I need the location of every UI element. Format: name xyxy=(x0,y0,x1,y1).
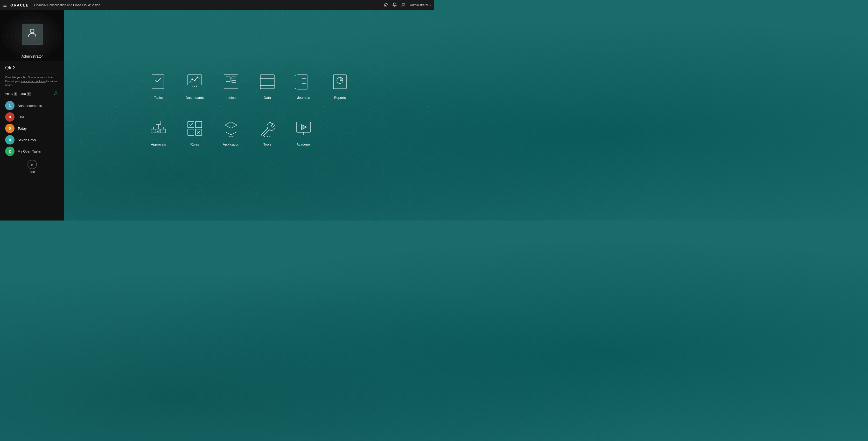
quarter-message: Complete your 2nd Quarter tasks on time.… xyxy=(5,76,59,87)
year-label: 2016 xyxy=(5,92,13,96)
topbar-left: ☰ ORACLE Financial Consolidation and Clo… xyxy=(3,3,383,8)
year-month-row: 2016 ▼ Jun ▼ xyxy=(5,91,59,97)
svg-rect-36 xyxy=(156,121,161,124)
tour-section[interactable]: ▶ Tour xyxy=(5,156,59,177)
notification-icon[interactable] xyxy=(392,2,397,8)
nav-item-infolets[interactable]: Infolets xyxy=(214,71,248,99)
financial-account-lead-link[interactable]: financial account lead xyxy=(21,80,45,83)
task-row-seven-days[interactable]: 0 Seven Days xyxy=(5,135,59,145)
tools-icon xyxy=(257,118,278,139)
rules-icon xyxy=(184,118,205,139)
svg-point-17 xyxy=(194,86,195,87)
task-row-late[interactable]: 0 Late xyxy=(5,112,59,122)
home-icon[interactable] xyxy=(383,2,388,8)
svg-rect-10 xyxy=(152,75,164,89)
nav-item-journals[interactable]: Journals xyxy=(287,71,320,99)
admin-button[interactable]: Administrator ▾ xyxy=(410,3,431,7)
nav-item-data[interactable]: Data xyxy=(250,71,284,99)
svg-rect-44 xyxy=(161,129,166,133)
month-label: Jun xyxy=(21,92,26,96)
nav-item-rules[interactable]: Rules xyxy=(178,118,212,146)
task-rows: 1 Announcements 0 Late 0 Today 0 Seven D… xyxy=(5,101,59,156)
tour-label: Tour xyxy=(29,170,35,173)
tour-play-button[interactable]: ▶ xyxy=(28,160,37,169)
nav-item-tasks[interactable]: Tasks xyxy=(142,71,175,99)
application-label: Application xyxy=(223,142,239,146)
badge-announcements: 1 xyxy=(5,101,14,110)
nav-item-academy[interactable]: Academy xyxy=(287,118,320,146)
tools-label: Tools xyxy=(264,142,271,146)
svg-rect-23 xyxy=(226,83,236,85)
svg-rect-22 xyxy=(232,81,236,83)
svg-rect-45 xyxy=(188,121,194,128)
svg-point-59 xyxy=(267,136,268,137)
svg-rect-32 xyxy=(333,75,346,89)
topbar-right: Administrator ▾ xyxy=(383,2,431,8)
person-add-icon[interactable] xyxy=(54,91,59,97)
svg-rect-21 xyxy=(232,77,236,79)
left-panel-content: Qtr 2 Complete your 2nd Quarter tasks on… xyxy=(0,61,64,220)
hamburger-icon[interactable]: ☰ xyxy=(3,3,7,8)
rules-label: Rules xyxy=(190,142,199,146)
year-dropdown-icon[interactable]: ▼ xyxy=(14,92,18,96)
svg-rect-20 xyxy=(226,77,230,82)
month-dropdown-icon[interactable]: ▼ xyxy=(27,92,31,96)
avatar-person-icon xyxy=(26,27,38,41)
academy-icon xyxy=(293,118,314,139)
tasks-icon xyxy=(148,71,169,92)
year-selector[interactable]: 2016 ▼ xyxy=(5,92,18,96)
svg-point-15 xyxy=(197,77,198,78)
svg-marker-62 xyxy=(302,124,307,130)
application-icon xyxy=(221,118,241,139)
nav-item-reports[interactable]: Reports xyxy=(323,71,357,99)
svg-point-18 xyxy=(196,86,197,87)
nav-item-application[interactable]: Application xyxy=(214,118,248,146)
app-title: Financial Consolidation and Close Cloud:… xyxy=(34,3,100,7)
svg-point-56 xyxy=(230,136,231,137)
svg-rect-46 xyxy=(195,121,202,128)
svg-rect-47 xyxy=(188,129,194,136)
badge-open-tasks: 2 xyxy=(5,147,14,156)
svg-point-8 xyxy=(30,29,34,33)
data-label: Data xyxy=(264,96,271,99)
academy-label: Academy xyxy=(297,142,311,146)
reports-icon xyxy=(330,71,350,92)
main-area: Administrator Qtr 2 Complete your 2nd Qu… xyxy=(0,10,434,220)
nav-item-approvals[interactable]: Approvals xyxy=(142,118,175,146)
svg-point-9 xyxy=(55,92,57,93)
tasks-label: Tasks xyxy=(154,96,162,99)
left-panel-header: Administrator xyxy=(0,10,64,61)
topbar: ☰ ORACLE Financial Consolidation and Clo… xyxy=(0,0,434,10)
task-label-seven-days: Seven Days xyxy=(18,138,36,142)
avatar xyxy=(22,24,42,45)
task-label-today: Today xyxy=(18,126,27,130)
data-icon xyxy=(257,71,278,92)
divider-1 xyxy=(5,73,59,74)
infolets-label: Infolets xyxy=(225,96,237,99)
nav-item-dashboards[interactable]: Dashboards xyxy=(178,71,212,99)
task-label-open-tasks: My Open Tasks xyxy=(18,149,41,153)
svg-point-55 xyxy=(229,136,230,137)
svg-point-13 xyxy=(192,79,193,80)
svg-point-16 xyxy=(192,86,193,87)
quarter-title: Qtr 2 xyxy=(5,65,59,70)
svg-point-60 xyxy=(269,136,270,137)
task-row-announcements[interactable]: 1 Announcements xyxy=(5,101,59,110)
approvals-icon xyxy=(148,118,169,139)
svg-point-58 xyxy=(264,136,265,137)
badge-today: 0 xyxy=(5,124,14,133)
month-selector[interactable]: Jun ▼ xyxy=(21,92,31,96)
nav-item-tools[interactable]: Tools xyxy=(250,118,284,146)
reports-label: Reports xyxy=(334,96,346,99)
task-row-open-tasks[interactable]: 2 My Open Tasks xyxy=(5,147,59,156)
svg-rect-24 xyxy=(260,75,274,89)
journals-icon xyxy=(293,71,314,92)
badge-seven-days: 0 xyxy=(5,135,14,145)
task-row-today[interactable]: 0 Today xyxy=(5,124,59,133)
svg-point-14 xyxy=(194,80,195,81)
users-icon[interactable] xyxy=(401,2,406,8)
journals-label: Journals xyxy=(297,96,310,99)
task-label-announcements: Announcements xyxy=(18,104,42,108)
svg-rect-42 xyxy=(151,129,156,133)
svg-point-57 xyxy=(232,136,233,137)
